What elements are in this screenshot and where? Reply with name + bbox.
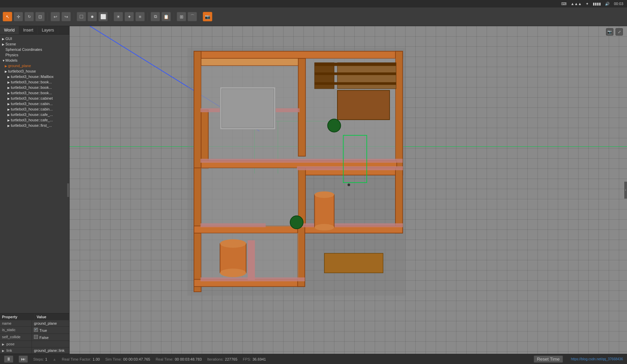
- tree-item-cafe1[interactable]: ▶turtlebot3_house::cafe_...: [0, 112, 69, 117]
- tab-insert[interactable]: Insert: [19, 26, 38, 34]
- tree-item-gui[interactable]: ▶GUI: [0, 36, 69, 41]
- box-button[interactable]: □: [77, 12, 86, 21]
- step-button-container[interactable]: ⏭: [19, 356, 28, 363]
- scale-button[interactable]: ⊡: [35, 12, 45, 21]
- prop-value-self-collide[interactable]: False: [32, 334, 69, 341]
- viewport[interactable]: 📷 ⤢ ‹: [70, 26, 627, 354]
- tree-item-house[interactable]: ▶turtlebot3_house: [0, 68, 69, 74]
- rotate-button[interactable]: ↻: [24, 12, 34, 21]
- realtime-factor-container: Real Time Factor: 1.00: [62, 357, 100, 361]
- tree-item-book3[interactable]: ▶turtlebot3_house::book...: [0, 90, 69, 96]
- pointlight-button[interactable]: ☀: [114, 12, 123, 21]
- expand-icon[interactable]: ⤢: [615, 28, 623, 36]
- separator2: [74, 13, 74, 21]
- translate-button[interactable]: ✛: [14, 12, 23, 21]
- prop-header: Property Value: [0, 314, 69, 320]
- prop-header-value: Value: [35, 314, 69, 320]
- tree-item-mailbox[interactable]: ▶turtlebot3_house::Mailbox: [0, 74, 69, 79]
- checkbox-self-collide[interactable]: [34, 335, 38, 339]
- pause-button-container[interactable]: ⏸: [4, 356, 13, 363]
- prop-header-property: Property: [0, 314, 35, 320]
- battery-icon: ▮▮▮▮: [593, 2, 601, 6]
- panel-resize-handle[interactable]: [67, 183, 69, 197]
- left-panel: World Insert Layers ▶GUI ▶Scene Spherica…: [0, 26, 70, 354]
- svg-point-34: [328, 119, 340, 132]
- tree-item-first[interactable]: ▶turtlebot3_house::first_...: [0, 123, 69, 128]
- svg-rect-44: [325, 253, 383, 273]
- svg-rect-41: [220, 244, 246, 273]
- prop-value-is-static[interactable]: True: [32, 327, 69, 333]
- iterations-container: Iterations: 227765: [207, 357, 237, 361]
- copy-button[interactable]: ⧉: [151, 12, 160, 21]
- steps-value: 1: [45, 357, 47, 361]
- tree-item-spherical[interactable]: Spherical Coordinates: [0, 47, 69, 52]
- arrow-book3: ▶: [7, 92, 11, 95]
- sphere-button[interactable]: ●: [87, 12, 97, 21]
- wifi-icon: ▲▲▲: [571, 2, 582, 6]
- tree-item-cabin2[interactable]: ▶turtlebot3_house::cabin...: [0, 106, 69, 112]
- tree-item-models[interactable]: ▼Models: [0, 58, 69, 63]
- svg-rect-33: [337, 90, 390, 120]
- realtime-factor-value: 1.00: [93, 357, 100, 361]
- reset-time-button[interactable]: Reset Time: [534, 356, 563, 363]
- tree-item-cabinet[interactable]: ▶turtlebot3_house::cabinet: [0, 96, 69, 101]
- tab-layers[interactable]: Layers: [38, 26, 58, 34]
- arrow-pose: ▶: [2, 343, 5, 346]
- tree-item-cafe2[interactable]: ▶turtlebot3_house::cafe_...: [0, 117, 69, 123]
- system-bar: ⌨ ▲▲▲ ✦ ▮▮▮▮ 🔊 00:03: [0, 0, 627, 7]
- url-link[interactable]: https://blog.csdn.net/qq_37668436: [571, 357, 623, 361]
- prop-name-is-static: is_static: [0, 327, 32, 333]
- redo-button[interactable]: ↪: [61, 12, 71, 21]
- tree-item-book1[interactable]: ▶turtlebot3_house::book...: [0, 79, 69, 85]
- svg-rect-31: [315, 73, 396, 75]
- separator3: [111, 13, 111, 21]
- tree-item-cabin1[interactable]: ▶turtlebot3_house::cabin...: [0, 101, 69, 106]
- paste-button[interactable]: 📋: [161, 12, 171, 21]
- keyboard-icon: ⌨: [561, 2, 567, 6]
- tree-item-scene[interactable]: ▶Scene: [0, 41, 69, 47]
- prop-name-self-collide: self_collide: [0, 334, 32, 341]
- dirlight-button[interactable]: ≡: [135, 12, 145, 21]
- prop-name-pose[interactable]: ▶ pose: [0, 341, 32, 347]
- iterations-label: Iterations:: [207, 357, 223, 361]
- tree-item-book2[interactable]: ▶turtlebot3_house::book...: [0, 85, 69, 90]
- svg-rect-2: [194, 51, 403, 58]
- tree-item-physics[interactable]: Physics: [0, 52, 69, 58]
- prop-row-link[interactable]: ▶ link ground_plane::link: [0, 347, 69, 354]
- arrow-gui: ▶: [2, 37, 5, 41]
- tab-world[interactable]: World: [0, 26, 19, 34]
- prop-value-name[interactable]: ground_plane: [32, 320, 69, 326]
- separator4: [148, 13, 148, 21]
- select-button[interactable]: ↖: [3, 12, 12, 21]
- snap-button[interactable]: ⌒: [188, 12, 197, 21]
- fps-label: FPS:: [243, 357, 251, 361]
- cylinder-button[interactable]: ⬜: [98, 12, 108, 21]
- align-button[interactable]: ⊞: [177, 12, 186, 21]
- top-tabs: World Insert Layers: [0, 26, 69, 35]
- right-panel-toggle[interactable]: ‹: [624, 182, 627, 199]
- prop-row-self-collide: self_collide False: [0, 334, 69, 341]
- undo-button[interactable]: ↩: [51, 12, 60, 21]
- arrow-cafe1: ▶: [7, 113, 11, 117]
- prop-row-pose[interactable]: ▶ pose: [0, 341, 69, 347]
- pause-button[interactable]: ⏸: [4, 356, 13, 363]
- arrow-scene: ▶: [2, 43, 5, 46]
- arrow-book1: ▶: [7, 81, 11, 84]
- realtime-factor-label: Real Time Factor:: [62, 357, 91, 361]
- properties-panel: Property Value name ground_plane is_stat…: [0, 313, 69, 354]
- camera-icon[interactable]: 📷: [606, 28, 613, 36]
- spotlight-button[interactable]: ✦: [124, 12, 134, 21]
- prop-row-name: name ground_plane: [0, 320, 69, 327]
- tree-item-ground-plane[interactable]: ▶ground_plane: [0, 63, 69, 68]
- checkbox-is-static[interactable]: [34, 328, 38, 332]
- screenshot-button[interactable]: 📷: [203, 12, 212, 21]
- prop-value-link[interactable]: ground_plane::link: [32, 347, 69, 353]
- real-time-label: Real Time:: [156, 357, 174, 361]
- svg-point-38: [315, 224, 334, 230]
- scene-tree: ▶GUI ▶Scene Spherical Coordinates Physic…: [0, 35, 69, 313]
- prop-name-link[interactable]: ▶ link: [0, 347, 32, 353]
- step-button[interactable]: ⏭: [19, 356, 28, 363]
- arrow-house: ▶: [5, 70, 8, 73]
- svg-rect-45: [248, 240, 255, 280]
- house-model: [168, 43, 422, 301]
